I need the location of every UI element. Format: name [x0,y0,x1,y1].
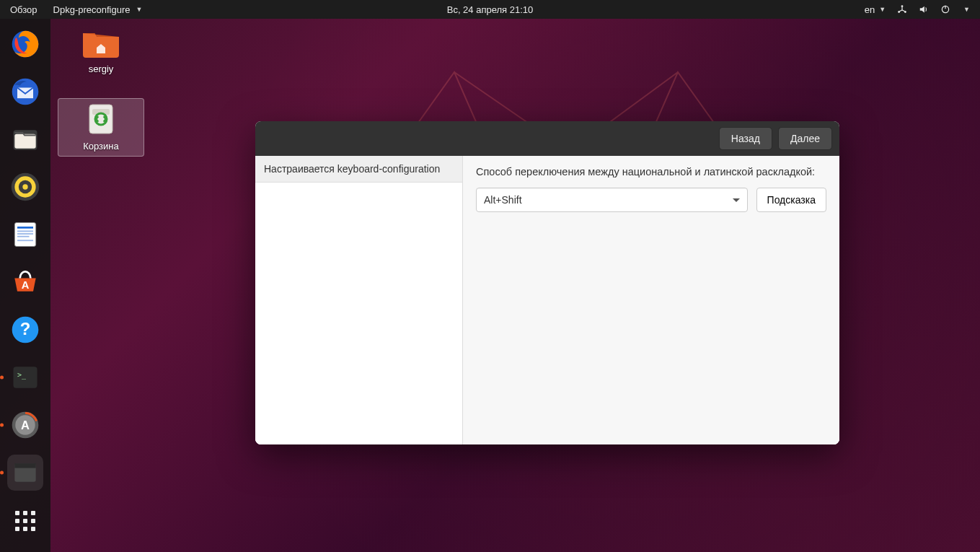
svg-rect-17 [17,236,30,237]
dock-software[interactable]: A [7,264,43,300]
svg-point-0 [901,5,904,7]
svg-rect-16 [17,233,33,235]
sidebar-step[interactable]: Настраивается keyboard-configuration [255,156,462,183]
app-menu-label: Dpkg-preconfigure [53,4,131,15]
dock-firefox[interactable] [7,26,43,62]
volume-indicator[interactable] [919,4,929,14]
dialog-body: Настраивается keyboard-configuration Спо… [255,156,839,444]
next-button[interactable]: Далее [778,127,832,150]
software-icon: A [9,266,41,298]
dock-writer[interactable] [7,216,43,253]
svg-text:A: A [21,419,30,431]
files-icon [9,123,41,155]
dock-rhythmbox[interactable] [7,169,43,205]
dock-updater[interactable]: A [7,407,43,443]
dock-thunderbird[interactable] [7,74,43,110]
svg-point-12 [22,184,27,189]
preconfigure-dialog: Назад Далее Настраивается keyboard-confi… [255,121,839,444]
terminal-icon: >_ [9,362,41,393]
svg-rect-18 [17,240,33,241]
show-applications[interactable] [7,503,43,539]
updater-icon: A [9,409,41,441]
clock[interactable]: Вс, 24 апреля 21:10 [447,4,534,15]
dialog-sidebar: Настраивается keyboard-configuration [255,156,463,444]
hint-button[interactable]: Подсказка [756,188,826,212]
dock: A ? >_ A [0,19,50,552]
dock-help[interactable]: ? [7,312,43,348]
document-icon [9,219,41,250]
back-button[interactable]: Назад [719,127,772,150]
desktop-trash[interactable]: Корзина [58,98,144,157]
dock-preconfigure[interactable] [7,455,43,491]
trash-icon [85,102,117,136]
layout-switch-combo[interactable]: Alt+Shift [476,188,748,212]
chevron-down-icon: ▼ [879,6,886,13]
dock-terminal[interactable]: >_ [7,359,43,395]
svg-rect-4 [945,6,945,9]
help-icon: ? [9,314,41,346]
power-indicator[interactable] [940,4,950,14]
svg-text:A: A [22,279,30,291]
svg-rect-8 [14,134,35,149]
activities-button[interactable]: Обзор [0,4,48,15]
svg-text:>_: >_ [17,371,27,380]
dialog-header: Назад Далее [255,121,839,156]
keyboard-layout-label: en [865,4,875,15]
dialog-main: Способ переключения между национальной и… [463,156,839,444]
thunderbird-icon [9,76,41,108]
music-icon [9,171,41,203]
app-menu[interactable]: Dpkg-preconfigure ▼ [48,4,149,15]
desktop-trash-label: Корзина [58,141,144,152]
svg-rect-28 [14,463,35,468]
network-icon [897,4,907,14]
window-icon [9,457,41,489]
svg-text:?: ? [20,319,31,338]
volume-icon [919,4,929,14]
desktop-home-label: sergiy [58,63,144,74]
desktop-home-folder[interactable]: sergiy [58,26,144,74]
svg-rect-14 [17,227,33,229]
top-bar: Обзор Dpkg-preconfigure ▼ Вс, 24 апреля … [0,0,980,19]
combo-value: Alt+Shift [484,194,522,206]
keyboard-layout-indicator[interactable]: en ▼ [865,4,886,15]
field-label: Способ переключения между национальной и… [476,166,826,178]
network-indicator[interactable] [897,4,907,14]
chevron-down-icon: ▼ [136,6,143,13]
svg-rect-15 [17,231,33,232]
dock-files[interactable] [7,121,43,157]
firefox-icon [9,28,41,60]
chevron-down-icon [733,198,740,202]
system-menu-toggle[interactable]: ▼ [962,6,970,13]
folder-home-icon [81,26,120,58]
chevron-down-icon: ▼ [963,6,970,13]
power-icon [940,4,950,14]
